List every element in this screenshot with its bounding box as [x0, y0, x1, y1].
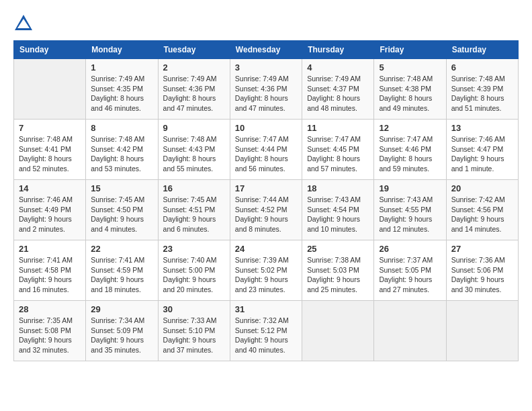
day-cell: 14Sunrise: 7:46 AM Sunset: 4:49 PM Dayli… — [14, 180, 86, 240]
day-info: Sunrise: 7:36 AM Sunset: 5:06 PM Dayligh… — [451, 255, 513, 295]
day-number: 10 — [235, 123, 297, 133]
day-number: 6 — [451, 62, 513, 73]
day-info: Sunrise: 7:46 AM Sunset: 4:47 PM Dayligh… — [451, 134, 513, 174]
day-cell: 6Sunrise: 7:48 AM Sunset: 4:39 PM Daylig… — [446, 59, 518, 120]
day-info: Sunrise: 7:48 AM Sunset: 4:42 PM Dayligh… — [91, 134, 152, 174]
day-number: 28 — [19, 304, 81, 314]
day-info: Sunrise: 7:33 AM Sunset: 5:10 PM Dayligh… — [163, 316, 225, 355]
day-info: Sunrise: 7:43 AM Sunset: 4:54 PM Dayligh… — [307, 195, 369, 234]
day-cell: 5Sunrise: 7:48 AM Sunset: 4:38 PM Daylig… — [374, 59, 446, 120]
day-info: Sunrise: 7:45 AM Sunset: 4:50 PM Dayligh… — [91, 195, 152, 234]
day-info: Sunrise: 7:48 AM Sunset: 4:43 PM Dayligh… — [163, 134, 225, 174]
week-row-1: 1Sunrise: 7:49 AM Sunset: 4:35 PM Daylig… — [14, 59, 519, 120]
day-info: Sunrise: 7:49 AM Sunset: 4:36 PM Dayligh… — [235, 74, 297, 113]
day-number: 8 — [91, 123, 152, 133]
logo-icon — [13, 13, 34, 34]
day-number: 5 — [379, 62, 441, 73]
column-header-monday: Monday — [86, 41, 158, 59]
day-cell: 13Sunrise: 7:46 AM Sunset: 4:47 PM Dayli… — [446, 120, 518, 180]
day-cell: 20Sunrise: 7:42 AM Sunset: 4:56 PM Dayli… — [446, 180, 518, 240]
day-number: 20 — [451, 183, 513, 193]
day-cell: 11Sunrise: 7:47 AM Sunset: 4:45 PM Dayli… — [302, 120, 374, 180]
day-cell: 26Sunrise: 7:37 AM Sunset: 5:05 PM Dayli… — [374, 240, 446, 301]
day-cell: 27Sunrise: 7:36 AM Sunset: 5:06 PM Dayli… — [446, 240, 518, 301]
day-number: 15 — [91, 183, 152, 193]
day-info: Sunrise: 7:39 AM Sunset: 5:02 PM Dayligh… — [235, 255, 297, 295]
day-cell: 19Sunrise: 7:43 AM Sunset: 4:55 PM Dayli… — [374, 180, 446, 240]
day-number: 17 — [235, 183, 297, 193]
logo — [13, 13, 36, 34]
day-number: 2 — [163, 62, 225, 73]
day-cell: 1Sunrise: 7:49 AM Sunset: 4:35 PM Daylig… — [86, 59, 158, 120]
day-cell: 3Sunrise: 7:49 AM Sunset: 4:36 PM Daylig… — [230, 59, 302, 120]
day-number: 11 — [307, 123, 369, 133]
day-cell: 31Sunrise: 7:32 AM Sunset: 5:12 PM Dayli… — [230, 301, 302, 361]
day-number: 26 — [379, 244, 441, 254]
day-number: 24 — [235, 244, 297, 254]
day-cell: 23Sunrise: 7:40 AM Sunset: 5:00 PM Dayli… — [158, 240, 230, 301]
day-info: Sunrise: 7:49 AM Sunset: 4:36 PM Dayligh… — [163, 74, 225, 113]
day-info: Sunrise: 7:41 AM Sunset: 4:58 PM Dayligh… — [19, 255, 81, 295]
column-header-saturday: Saturday — [446, 41, 518, 59]
day-number: 22 — [91, 244, 152, 254]
day-info: Sunrise: 7:40 AM Sunset: 5:00 PM Dayligh… — [163, 255, 225, 295]
day-info: Sunrise: 7:49 AM Sunset: 4:35 PM Dayligh… — [91, 74, 152, 113]
week-row-4: 21Sunrise: 7:41 AM Sunset: 4:58 PM Dayli… — [14, 240, 519, 301]
day-info: Sunrise: 7:48 AM Sunset: 4:39 PM Dayligh… — [451, 74, 513, 113]
day-number: 18 — [307, 183, 369, 193]
day-cell: 7Sunrise: 7:48 AM Sunset: 4:41 PM Daylig… — [14, 120, 86, 180]
day-number: 19 — [379, 183, 441, 193]
day-cell — [14, 59, 86, 120]
week-row-2: 7Sunrise: 7:48 AM Sunset: 4:41 PM Daylig… — [14, 120, 519, 180]
column-header-friday: Friday — [374, 41, 446, 59]
day-number: 16 — [163, 183, 225, 193]
day-info: Sunrise: 7:32 AM Sunset: 5:12 PM Dayligh… — [235, 316, 297, 355]
week-row-5: 28Sunrise: 7:35 AM Sunset: 5:08 PM Dayli… — [14, 301, 519, 361]
day-cell: 30Sunrise: 7:33 AM Sunset: 5:10 PM Dayli… — [158, 301, 230, 361]
day-cell: 12Sunrise: 7:47 AM Sunset: 4:46 PM Dayli… — [374, 120, 446, 180]
day-number: 31 — [235, 304, 297, 314]
day-info: Sunrise: 7:34 AM Sunset: 5:09 PM Dayligh… — [91, 316, 152, 355]
day-number: 3 — [235, 62, 297, 73]
day-cell — [302, 301, 374, 361]
day-info: Sunrise: 7:38 AM Sunset: 5:03 PM Dayligh… — [307, 255, 369, 295]
day-cell — [446, 301, 518, 361]
day-number: 23 — [163, 244, 225, 254]
day-cell: 18Sunrise: 7:43 AM Sunset: 4:54 PM Dayli… — [302, 180, 374, 240]
day-info: Sunrise: 7:49 AM Sunset: 4:37 PM Dayligh… — [307, 74, 369, 113]
day-number: 13 — [451, 123, 513, 133]
day-info: Sunrise: 7:48 AM Sunset: 4:38 PM Dayligh… — [379, 74, 441, 113]
header — [13, 13, 519, 34]
day-info: Sunrise: 7:47 AM Sunset: 4:46 PM Dayligh… — [379, 134, 441, 174]
day-number: 1 — [91, 62, 152, 73]
day-cell: 8Sunrise: 7:48 AM Sunset: 4:42 PM Daylig… — [86, 120, 158, 180]
day-cell: 10Sunrise: 7:47 AM Sunset: 4:44 PM Dayli… — [230, 120, 302, 180]
day-cell: 9Sunrise: 7:48 AM Sunset: 4:43 PM Daylig… — [158, 120, 230, 180]
day-cell: 17Sunrise: 7:44 AM Sunset: 4:52 PM Dayli… — [230, 180, 302, 240]
day-number: 30 — [163, 304, 225, 314]
day-info: Sunrise: 7:44 AM Sunset: 4:52 PM Dayligh… — [235, 195, 297, 234]
day-info: Sunrise: 7:43 AM Sunset: 4:55 PM Dayligh… — [379, 195, 441, 234]
day-cell: 21Sunrise: 7:41 AM Sunset: 4:58 PM Dayli… — [14, 240, 86, 301]
column-header-sunday: Sunday — [14, 41, 86, 59]
day-cell: 28Sunrise: 7:35 AM Sunset: 5:08 PM Dayli… — [14, 301, 86, 361]
day-info: Sunrise: 7:47 AM Sunset: 4:44 PM Dayligh… — [235, 134, 297, 174]
day-cell: 22Sunrise: 7:41 AM Sunset: 4:59 PM Dayli… — [86, 240, 158, 301]
day-number: 27 — [451, 244, 513, 254]
day-number: 29 — [91, 304, 152, 314]
week-row-3: 14Sunrise: 7:46 AM Sunset: 4:49 PM Dayli… — [14, 180, 519, 240]
day-cell: 25Sunrise: 7:38 AM Sunset: 5:03 PM Dayli… — [302, 240, 374, 301]
day-cell: 15Sunrise: 7:45 AM Sunset: 4:50 PM Dayli… — [86, 180, 158, 240]
day-info: Sunrise: 7:41 AM Sunset: 4:59 PM Dayligh… — [91, 255, 152, 295]
day-number: 9 — [163, 123, 225, 133]
day-cell — [374, 301, 446, 361]
day-number: 4 — [307, 62, 369, 73]
day-cell: 16Sunrise: 7:45 AM Sunset: 4:51 PM Dayli… — [158, 180, 230, 240]
day-number: 7 — [19, 123, 81, 133]
column-header-tuesday: Tuesday — [158, 41, 230, 59]
day-info: Sunrise: 7:48 AM Sunset: 4:41 PM Dayligh… — [19, 134, 81, 174]
day-info: Sunrise: 7:47 AM Sunset: 4:45 PM Dayligh… — [307, 134, 369, 174]
day-cell: 29Sunrise: 7:34 AM Sunset: 5:09 PM Dayli… — [86, 301, 158, 361]
column-header-thursday: Thursday — [302, 41, 374, 59]
day-number: 21 — [19, 244, 81, 254]
